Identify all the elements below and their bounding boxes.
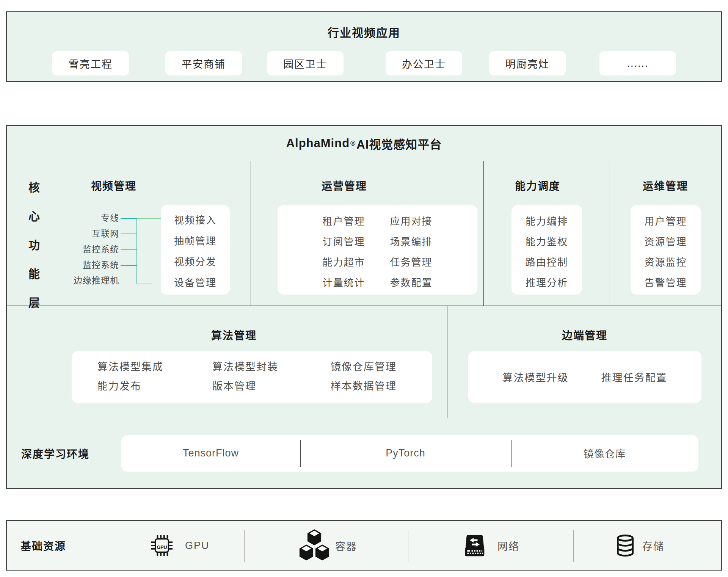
platform-body: 视频管理 专线 互联网 监控系统 监控系统 边缘推理机 [7,161,721,488]
algo-item: 镜像仓库管理 [331,357,397,377]
maint-item: 资源管理 [631,232,701,252]
platform-row-1: 视频管理 专线 互联网 监控系统 监控系统 边缘推理机 [7,161,721,306]
video-function-item: 设备管理 [161,273,230,293]
panel-algo-mgmt: 算法管理 算法模型集成 能力发布 算法模型封装 版本管理 镜像仓库管理 样本数据 [59,306,447,418]
algo-col-2: 算法模型封装 版本管理 [212,357,278,396]
video-source-label: 专线 [66,210,119,226]
panel-title-maint: 运维管理 [643,178,688,193]
operation-functions-box: 租户管理 订阅管理 能力超市 计量统计 应用对接 场景编排 任务管理 参数配置 [278,205,477,295]
algo-item: 能力发布 [97,377,163,396]
maint-item: 用户管理 [631,211,701,232]
video-function-item: 抽帧管理 [161,231,230,252]
operation-item: 租户管理 [322,211,365,232]
video-source-label: 监控系统 [66,257,119,273]
operation-item: 计量统计 [322,273,365,293]
sched-item: 路由控制 [511,252,582,273]
industry-apps-title: 行业视频应用 [7,24,721,40]
panel-ops-maint: 运维管理 用户管理 资源管理 资源监控 告警管理 [609,161,721,306]
operation-col-2: 应用对接 场景编排 任务管理 参数配置 [390,205,433,295]
infra-label: 基础资源 [20,538,66,553]
container-icon [298,528,331,563]
platform-brand: AlphaMind [286,136,350,150]
panel-operation-mgmt: 运营管理 租户管理 订阅管理 能力超市 计量统计 应用对接 场景编排 任务管理 [251,161,484,306]
dl-env-bar: TensorFlow PyTorch 镜像仓库 [121,435,698,472]
app-chip-pingan: 平安商铺 [165,51,242,75]
dl-env-pytorch: PyTorch [300,435,511,472]
maint-item: 资源监控 [631,252,701,273]
panel-title-sched: 能力调度 [515,178,560,193]
platform-title: AlphaMind® AI视觉感知平台 [7,126,721,161]
panel-title-algo: 算法管理 [211,327,257,342]
algo-functions-box: 算法模型集成 能力发布 算法模型封装 版本管理 镜像仓库管理 样本数据管理 [72,351,432,403]
video-source-label: 边缘推理机 [66,273,119,288]
app-chip-ellipsis: ...... [599,51,676,75]
operation-col-1: 租户管理 订阅管理 能力超市 计量统计 [322,205,365,295]
algo-col-3: 镜像仓库管理 样本数据管理 [331,357,397,396]
app-chip-yuanqu: 园区卫士 [267,51,344,75]
app-chip-mingchu: 明厨亮灶 [489,51,566,75]
algo-item: 算法模型封装 [212,357,278,377]
connector-line [121,265,137,266]
video-functions-box: 视频接入 抽帧管理 视频分发 设备管理 [161,205,230,295]
dl-env-tensorflow: TensorFlow [121,435,300,472]
infra-item-label-container: 容器 [335,538,357,553]
platform-row-3: 深度学习环境 TensorFlow PyTorch 镜像仓库 [7,418,721,488]
maint-item: 告警管理 [631,273,701,293]
operation-item: 应用对接 [390,211,433,232]
edge-functions-box: 算法模型升级 推理任务配置 [468,351,701,403]
app-chip-bangong: 办公卫士 [386,51,462,75]
operation-item: 任务管理 [390,252,433,273]
operation-item: 能力超市 [322,252,365,273]
panel-edge-mgmt: 边端管理 算法模型升级 推理任务配置 [447,306,721,418]
video-source-label: 监控系统 [66,242,119,257]
panel-capability-sched: 能力调度 能力编排 能力鉴权 路由控制 推理分析 [484,161,609,306]
dl-env-registry: 镜像仓库 [511,435,698,472]
sched-item: 推理分析 [511,273,582,293]
storage-icon [614,534,637,557]
industry-apps-section: 行业视频应用 雪亮工程 平安商铺 园区卫士 办公卫士 明厨亮灶 ...... [6,11,722,82]
connector-line [137,218,161,219]
video-source-label: 互联网 [66,226,119,241]
infra-divider [244,530,245,562]
connector-line [121,234,137,234]
panel-title-edge: 边端管理 [562,327,607,342]
sched-item: 能力编排 [511,211,582,232]
operation-item: 场景编排 [390,232,433,252]
panel-title-operation: 运营管理 [322,178,367,193]
gpu-chip-icon: GPU [151,535,173,557]
platform-row-2: 算法管理 算法模型集成 能力发布 算法模型封装 版本管理 镜像仓库管理 样本数据 [7,306,721,418]
operation-item: 订阅管理 [322,232,365,252]
platform-title-suffix: AI视觉感知平台 [356,135,442,152]
infra-divider [408,530,408,562]
edge-item: 推理任务配置 [601,370,667,384]
connector-line [121,249,137,250]
infra-item-label-gpu: GPU [185,539,210,551]
algo-item: 样本数据管理 [331,377,397,396]
sched-functions-box: 能力编排 能力鉴权 路由控制 推理分析 [511,205,582,295]
sched-item: 能力鉴权 [511,232,582,252]
infra-item-label-storage: 存储 [642,538,664,553]
algo-item: 算法模型集成 [97,357,163,377]
network-icon [463,534,486,557]
infra-section: 基础资源 GPU GPU [6,520,722,571]
architecture-diagram: 行业视频应用 雪亮工程 平安商铺 园区卫士 办公卫士 明厨亮灶 ...... A… [0,0,728,577]
video-function-item: 视频分发 [161,252,230,273]
algo-item: 版本管理 [212,377,278,396]
algo-col-1: 算法模型集成 能力发布 [97,357,163,396]
connector-bus-line [136,218,137,284]
svg-text:GPU: GPU [157,544,167,550]
platform-section: AlphaMind® AI视觉感知平台 视频管理 专线 互联网 监控系统 监控系… [6,125,722,489]
operation-item: 参数配置 [390,273,433,293]
dl-env-label: 深度学习环境 [21,446,89,461]
maint-functions-box: 用户管理 资源管理 资源监控 告警管理 [631,205,701,295]
infra-divider [573,530,574,562]
app-chip-xueliang: 雪亮工程 [52,51,129,75]
video-function-item: 视频接入 [161,210,230,231]
infra-item-label-network: 网络 [497,538,519,553]
edge-item: 算法模型升级 [503,370,569,384]
connector-line [121,218,137,219]
sidebar-spacer-row2 [7,306,59,418]
video-source-labels: 专线 互联网 监控系统 监控系统 边缘推理机 [66,210,119,288]
panel-video-mgmt: 视频管理 专线 互联网 监控系统 监控系统 边缘推理机 [59,161,251,306]
connector-line [136,284,152,284]
